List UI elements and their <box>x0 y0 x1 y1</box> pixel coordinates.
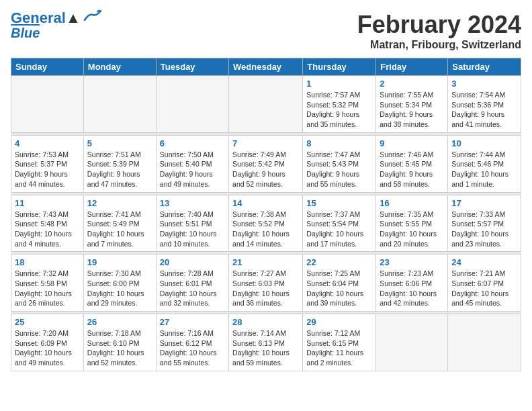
day-number: 16 <box>380 198 444 208</box>
day-info: Sunrise: 7:32 AM Sunset: 5:58 PM Dayligh… <box>15 269 80 308</box>
day-info: Sunrise: 7:54 AM Sunset: 5:36 PM Dayligh… <box>451 90 517 130</box>
table-row <box>156 76 228 133</box>
calendar-week-row: 4Sunrise: 7:53 AM Sunset: 5:37 PM Daylig… <box>11 135 521 192</box>
col-thursday: Thursday <box>303 58 376 76</box>
location-title: Matran, Fribourg, Switzerland <box>357 39 521 51</box>
day-info: Sunrise: 7:23 AM Sunset: 6:06 PM Dayligh… <box>380 269 444 308</box>
table-row: 12Sunrise: 7:41 AM Sunset: 5:49 PM Dayli… <box>83 195 156 252</box>
day-info: Sunrise: 7:53 AM Sunset: 5:37 PM Dayligh… <box>15 150 80 189</box>
day-info: Sunrise: 7:50 AM Sunset: 5:40 PM Dayligh… <box>160 150 225 189</box>
day-number: 22 <box>306 257 372 267</box>
table-row <box>229 76 303 133</box>
table-row: 25Sunrise: 7:20 AM Sunset: 6:09 PM Dayli… <box>11 314 84 371</box>
table-row <box>11 76 84 133</box>
day-number: 9 <box>380 138 444 148</box>
day-info: Sunrise: 7:49 AM Sunset: 5:42 PM Dayligh… <box>232 150 299 189</box>
table-row: 26Sunrise: 7:18 AM Sunset: 6:10 PM Dayli… <box>83 314 156 371</box>
day-info: Sunrise: 7:40 AM Sunset: 5:51 PM Dayligh… <box>160 210 225 249</box>
calendar-week-row: 11Sunrise: 7:43 AM Sunset: 5:48 PM Dayli… <box>11 195 521 252</box>
logo: General▲ Blue <box>11 11 102 40</box>
day-number: 11 <box>15 198 80 208</box>
month-title: February 2024 <box>357 11 521 39</box>
day-info: Sunrise: 7:57 AM Sunset: 5:32 PM Dayligh… <box>306 90 372 130</box>
table-row: 16Sunrise: 7:35 AM Sunset: 5:55 PM Dayli… <box>376 195 448 252</box>
table-row: 21Sunrise: 7:27 AM Sunset: 6:03 PM Dayli… <box>229 255 303 312</box>
day-number: 14 <box>232 198 299 208</box>
day-number: 15 <box>306 198 372 208</box>
calendar-table: Sunday Monday Tuesday Wednesday Thursday… <box>11 58 521 371</box>
logo-text: General▲ <box>11 11 81 26</box>
table-row: 20Sunrise: 7:28 AM Sunset: 6:01 PM Dayli… <box>156 255 228 312</box>
day-number: 10 <box>451 138 517 148</box>
day-number: 18 <box>15 257 80 267</box>
table-row: 5Sunrise: 7:51 AM Sunset: 5:39 PM Daylig… <box>83 135 156 192</box>
table-row: 6Sunrise: 7:50 AM Sunset: 5:40 PM Daylig… <box>156 135 228 192</box>
table-row: 18Sunrise: 7:32 AM Sunset: 5:58 PM Dayli… <box>11 255 84 312</box>
day-number: 23 <box>380 257 444 267</box>
day-info: Sunrise: 7:33 AM Sunset: 5:57 PM Dayligh… <box>451 210 517 249</box>
calendar-header-row: Sunday Monday Tuesday Wednesday Thursday… <box>11 58 521 76</box>
table-row <box>376 314 448 371</box>
title-block: February 2024 Matran, Fribourg, Switzerl… <box>357 11 521 51</box>
day-number: 21 <box>232 257 299 267</box>
table-row: 8Sunrise: 7:47 AM Sunset: 5:43 PM Daylig… <box>303 135 376 192</box>
day-info: Sunrise: 7:38 AM Sunset: 5:52 PM Dayligh… <box>232 210 299 249</box>
col-friday: Friday <box>376 58 448 76</box>
day-number: 24 <box>451 257 517 267</box>
table-row: 24Sunrise: 7:21 AM Sunset: 6:07 PM Dayli… <box>448 255 521 312</box>
col-sunday: Sunday <box>11 58 84 76</box>
table-row: 3Sunrise: 7:54 AM Sunset: 5:36 PM Daylig… <box>448 76 521 133</box>
day-info: Sunrise: 7:18 AM Sunset: 6:10 PM Dayligh… <box>87 328 152 368</box>
day-info: Sunrise: 7:27 AM Sunset: 6:03 PM Dayligh… <box>232 269 299 308</box>
day-number: 12 <box>87 198 152 208</box>
day-info: Sunrise: 7:55 AM Sunset: 5:34 PM Dayligh… <box>380 90 444 130</box>
col-saturday: Saturday <box>448 58 521 76</box>
table-row: 14Sunrise: 7:38 AM Sunset: 5:52 PM Dayli… <box>229 195 303 252</box>
logo-blue-text: Blue <box>11 24 40 40</box>
day-number: 1 <box>306 79 372 89</box>
day-info: Sunrise: 7:21 AM Sunset: 6:07 PM Dayligh… <box>451 269 517 308</box>
day-number: 17 <box>451 198 517 208</box>
col-tuesday: Tuesday <box>156 58 228 76</box>
day-number: 3 <box>451 79 517 89</box>
day-info: Sunrise: 7:47 AM Sunset: 5:43 PM Dayligh… <box>306 150 372 189</box>
table-row: 29Sunrise: 7:12 AM Sunset: 6:15 PM Dayli… <box>303 314 376 371</box>
day-number: 4 <box>15 138 80 148</box>
table-row: 11Sunrise: 7:43 AM Sunset: 5:48 PM Dayli… <box>11 195 84 252</box>
day-info: Sunrise: 7:25 AM Sunset: 6:04 PM Dayligh… <box>306 269 372 308</box>
day-number: 8 <box>306 138 372 148</box>
day-number: 13 <box>160 198 225 208</box>
table-row: 7Sunrise: 7:49 AM Sunset: 5:42 PM Daylig… <box>229 135 303 192</box>
day-info: Sunrise: 7:35 AM Sunset: 5:55 PM Dayligh… <box>380 210 444 249</box>
col-monday: Monday <box>83 58 156 76</box>
logo-bird-icon <box>83 8 102 23</box>
table-row: 10Sunrise: 7:44 AM Sunset: 5:46 PM Dayli… <box>448 135 521 192</box>
day-number: 7 <box>232 138 299 148</box>
day-number: 20 <box>160 257 225 267</box>
table-row: 19Sunrise: 7:30 AM Sunset: 6:00 PM Dayli… <box>83 255 156 312</box>
table-row <box>83 76 156 133</box>
day-info: Sunrise: 7:28 AM Sunset: 6:01 PM Dayligh… <box>160 269 225 308</box>
day-info: Sunrise: 7:16 AM Sunset: 6:12 PM Dayligh… <box>160 328 225 368</box>
table-row: 4Sunrise: 7:53 AM Sunset: 5:37 PM Daylig… <box>11 135 84 192</box>
calendar-week-row: 25Sunrise: 7:20 AM Sunset: 6:09 PM Dayli… <box>11 314 521 371</box>
table-row: 2Sunrise: 7:55 AM Sunset: 5:34 PM Daylig… <box>376 76 448 133</box>
day-number: 5 <box>87 138 152 148</box>
day-info: Sunrise: 7:20 AM Sunset: 6:09 PM Dayligh… <box>15 328 80 368</box>
day-info: Sunrise: 7:41 AM Sunset: 5:49 PM Dayligh… <box>87 210 152 249</box>
day-info: Sunrise: 7:30 AM Sunset: 6:00 PM Dayligh… <box>87 269 152 308</box>
day-info: Sunrise: 7:44 AM Sunset: 5:46 PM Dayligh… <box>451 150 517 189</box>
table-row <box>448 314 521 371</box>
table-row: 17Sunrise: 7:33 AM Sunset: 5:57 PM Dayli… <box>448 195 521 252</box>
calendar-week-row: 1Sunrise: 7:57 AM Sunset: 5:32 PM Daylig… <box>11 76 521 133</box>
day-number: 27 <box>160 317 225 327</box>
day-info: Sunrise: 7:43 AM Sunset: 5:48 PM Dayligh… <box>15 210 80 249</box>
day-number: 2 <box>380 79 444 89</box>
table-row: 22Sunrise: 7:25 AM Sunset: 6:04 PM Dayli… <box>303 255 376 312</box>
day-info: Sunrise: 7:37 AM Sunset: 5:54 PM Dayligh… <box>306 210 372 249</box>
table-row: 13Sunrise: 7:40 AM Sunset: 5:51 PM Dayli… <box>156 195 228 252</box>
table-row: 1Sunrise: 7:57 AM Sunset: 5:32 PM Daylig… <box>303 76 376 133</box>
day-number: 29 <box>306 317 372 327</box>
day-number: 19 <box>87 257 152 267</box>
table-row: 28Sunrise: 7:14 AM Sunset: 6:13 PM Dayli… <box>229 314 303 371</box>
